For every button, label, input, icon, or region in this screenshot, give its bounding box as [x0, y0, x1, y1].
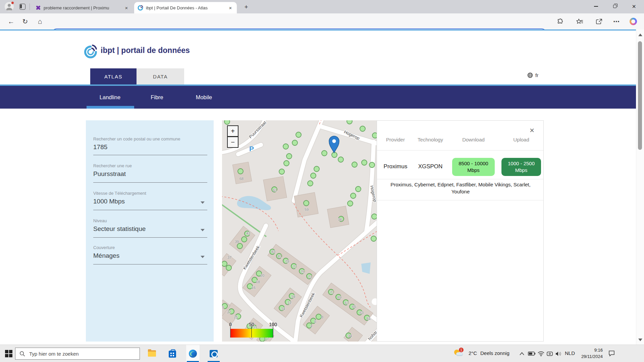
coverage-point-marker[interactable] — [322, 150, 327, 156]
scroll-down-icon[interactable] — [638, 339, 642, 341]
start-button[interactable] — [5, 350, 12, 357]
coverage-point-marker[interactable] — [286, 154, 292, 159]
browser-tab-ibpt[interactable]: ibpt | Portail De Données - Atlas × — [134, 2, 237, 13]
meet-now-icon[interactable] — [545, 350, 554, 358]
field-value[interactable]: 1785 — [93, 143, 207, 151]
coverage-point-marker[interactable] — [314, 166, 319, 172]
coverage-point-marker[interactable] — [279, 169, 284, 174]
nav-tab-fibre[interactable]: Fibre — [149, 86, 165, 109]
coverage-point-marker[interactable] — [372, 214, 377, 219]
weather-widget[interactable]: 1 — [453, 349, 464, 358]
coverage-point-marker[interactable] — [308, 181, 313, 186]
extensions-icon[interactable] — [555, 16, 566, 27]
taskbar-search-input[interactable]: Typ hier om te zoeken — [15, 348, 140, 360]
chevron-down-icon[interactable] — [201, 256, 205, 258]
home-icon[interactable]: ⌂ — [34, 13, 46, 29]
level-select[interactable]: Niveau Secteur statistique — [93, 218, 207, 233]
field-value[interactable]: Ménages — [93, 252, 207, 259]
field-label: Couverture — [93, 245, 207, 250]
browser-tab-proximus[interactable]: probleme raccordement | Proximu × — [32, 2, 133, 13]
coverage-point-marker[interactable] — [296, 132, 301, 137]
postal-code-field[interactable]: Rechercher un code postal ou une commune… — [93, 136, 207, 151]
microsoft-store-icon[interactable] — [166, 345, 179, 362]
close-icon[interactable]: × — [530, 126, 534, 135]
coverage-point-marker[interactable] — [222, 261, 227, 266]
scroll-up-icon[interactable] — [638, 34, 642, 36]
coverage-point-marker[interactable] — [224, 120, 230, 124]
house-number: 73 — [308, 275, 312, 279]
coverage-point-marker[interactable] — [238, 169, 243, 174]
map-zoom-in-button[interactable]: + — [227, 125, 238, 137]
coverage-point-marker[interactable] — [347, 120, 352, 124]
coverage-point-marker[interactable] — [226, 265, 231, 270]
coverage-point-marker[interactable] — [369, 162, 375, 168]
new-tab-button[interactable]: + — [241, 3, 251, 11]
wifi-icon[interactable] — [537, 350, 545, 358]
field-value[interactable]: Secteur statistique — [93, 225, 207, 233]
tab-atlas[interactable]: ATLAS — [90, 68, 137, 84]
workspaces-icon[interactable] — [19, 4, 25, 10]
coverage-point-marker[interactable] — [338, 157, 343, 162]
speaker-icon[interactable] — [554, 350, 563, 358]
tab-close-icon[interactable]: × — [227, 5, 233, 11]
street-field[interactable]: Rechercher une rue Puursstraat — [93, 163, 207, 178]
map-zoom-out-button[interactable]: − — [227, 136, 238, 148]
tray-chevron-icon[interactable] — [518, 350, 526, 358]
coverage-point-marker[interactable] — [352, 162, 357, 167]
coverage-point-marker[interactable] — [311, 173, 316, 178]
coverage-point-marker[interactable] — [237, 243, 243, 249]
tab-data[interactable]: DATA — [137, 68, 184, 84]
coverage-point-marker[interactable] — [284, 161, 289, 166]
field-underline — [93, 237, 207, 238]
coverage-point-marker[interactable] — [316, 314, 321, 319]
settings-more-icon[interactable]: ⋯ — [611, 16, 622, 27]
coverage-point-marker[interactable] — [362, 160, 367, 165]
chevron-down-icon[interactable] — [201, 201, 205, 204]
scrollbar-thumb[interactable] — [638, 41, 642, 150]
favorites-bar-icon[interactable] — [574, 16, 585, 27]
download-speed-select[interactable]: Vitesse de Téléchargement 1000 Mbps — [93, 191, 207, 205]
file-explorer-icon[interactable] — [145, 345, 159, 362]
window-restore-button[interactable] — [607, 0, 623, 13]
coverage-point-marker[interactable] — [283, 144, 288, 149]
refresh-icon[interactable]: ↻ — [19, 13, 31, 29]
edge-taskbar-icon[interactable] — [186, 345, 200, 362]
coverage-point-marker[interactable] — [351, 193, 356, 198]
page-scrollbar[interactable] — [636, 29, 644, 345]
window-minimize-button[interactable] — [588, 0, 604, 13]
search-icon — [19, 351, 25, 357]
keyboard-language[interactable]: NLD — [565, 350, 575, 356]
map-canvas[interactable]: 6861593643393720181683817977757310121471… — [222, 120, 377, 342]
chevron-down-icon[interactable] — [201, 229, 205, 231]
field-value[interactable]: Puursstraat — [93, 170, 207, 178]
nav-tab-landline[interactable]: Landline — [97, 86, 123, 109]
section-nav-bar: Landline Fibre Mobile — [0, 86, 636, 109]
site-logo-text[interactable]: ibpt | portail de données — [101, 46, 190, 55]
coverage-point-marker[interactable] — [372, 133, 377, 138]
copilot-icon[interactable] — [628, 16, 639, 27]
coverage-point-marker[interactable] — [304, 200, 309, 206]
battery-icon[interactable] — [527, 350, 536, 358]
coverage-point-marker[interactable] — [292, 140, 298, 145]
coverage-point-marker[interactable] — [332, 152, 337, 158]
notification-center-icon[interactable] — [607, 349, 616, 357]
back-icon[interactable]: ← — [5, 13, 17, 29]
coverage-point-marker[interactable] — [371, 236, 376, 241]
coverage-map[interactable]: 6861593643393720181683817977757310121471… — [222, 120, 377, 342]
coverage-point-marker[interactable] — [360, 126, 365, 131]
nav-tab-mobile[interactable]: Mobile — [194, 86, 214, 109]
taskbar-clock[interactable]: 9:16 29/11/2024 — [579, 347, 603, 360]
outlook-taskbar-icon[interactable] — [207, 345, 220, 362]
field-value[interactable]: 1000 Mbps — [93, 198, 207, 205]
share-icon[interactable] — [594, 16, 604, 27]
coverage-select[interactable]: Couverture Ménages — [93, 245, 207, 259]
language-selector[interactable]: fr — [527, 72, 538, 78]
weather-condition[interactable]: Deels zonnig — [480, 350, 509, 356]
ibpt-logo-icon[interactable] — [84, 44, 98, 59]
coverage-point-marker[interactable] — [347, 201, 353, 206]
tab-close-icon[interactable]: × — [123, 5, 129, 11]
weather-temp[interactable]: 2°C — [469, 350, 477, 356]
coverage-point-marker[interactable] — [241, 237, 247, 242]
coverage-point-marker[interactable] — [356, 186, 361, 192]
window-close-button[interactable]: × — [626, 0, 642, 13]
